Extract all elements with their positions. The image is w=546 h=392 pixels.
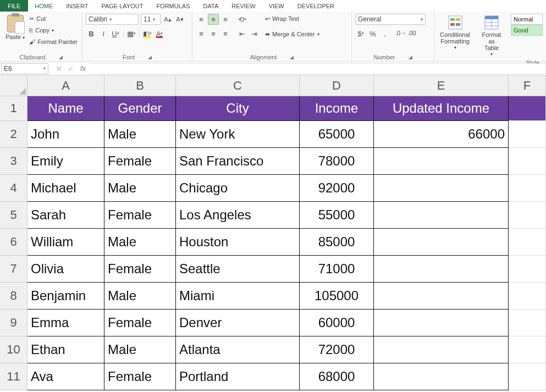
- increase-font-icon[interactable]: A▴: [163, 14, 173, 24]
- alignment-dialog-launcher[interactable]: ◢: [290, 54, 294, 60]
- cell[interactable]: Male: [104, 336, 176, 363]
- cell[interactable]: 55000: [300, 202, 374, 229]
- cell[interactable]: Male: [104, 121, 176, 148]
- cell[interactable]: Denver: [176, 310, 300, 336]
- font-name-combo[interactable]: Calibri▾: [86, 14, 139, 25]
- cell[interactable]: [374, 256, 509, 283]
- align-middle-button[interactable]: ≡: [208, 14, 219, 25]
- col-header-C[interactable]: C: [176, 75, 300, 96]
- cell[interactable]: Michael: [27, 175, 104, 202]
- cell[interactable]: Ethan: [27, 336, 104, 363]
- table-header-cell[interactable]: Name: [27, 96, 104, 121]
- col-header-B[interactable]: B: [104, 75, 176, 96]
- cell[interactable]: Emma: [27, 310, 104, 336]
- copy-button[interactable]: ⎘Copy ▾: [29, 25, 78, 35]
- row-header[interactable]: 4: [0, 175, 27, 202]
- accounting-format-button[interactable]: $▾: [355, 28, 366, 39]
- cell[interactable]: New York: [176, 121, 300, 148]
- align-left-button[interactable]: ≡: [196, 28, 207, 39]
- cell[interactable]: Olivia: [27, 256, 104, 283]
- row-header[interactable]: 6: [0, 229, 27, 256]
- cell[interactable]: 66000: [374, 121, 509, 148]
- insert-function-button[interactable]: fx: [77, 64, 89, 73]
- decrease-indent-button[interactable]: ⇤: [236, 28, 247, 39]
- cell[interactable]: 65000: [300, 121, 374, 148]
- table-header-cell[interactable]: City: [176, 96, 300, 121]
- cell[interactable]: 72000: [300, 336, 374, 363]
- row-header[interactable]: 5: [0, 202, 27, 229]
- cell[interactable]: [509, 148, 546, 175]
- col-header-A[interactable]: A: [27, 75, 104, 96]
- cell[interactable]: [374, 336, 509, 363]
- formula-cancel-button[interactable]: ✕: [53, 64, 65, 73]
- align-right-button[interactable]: ≡: [220, 28, 231, 39]
- format-painter-button[interactable]: 🖌Format Painter: [29, 37, 78, 47]
- cell[interactable]: 78000: [300, 148, 374, 175]
- cell[interactable]: 71000: [300, 256, 374, 283]
- cell[interactable]: Ava: [27, 363, 104, 390]
- number-format-combo[interactable]: General▾: [355, 14, 426, 25]
- paste-button[interactable]: Paste ▾: [3, 14, 27, 42]
- cell[interactable]: Benjamin: [27, 283, 104, 310]
- tab-home[interactable]: HOME: [28, 0, 59, 12]
- row-header[interactable]: 2: [0, 121, 27, 148]
- row-header[interactable]: 8: [0, 283, 27, 310]
- cell[interactable]: 60000: [300, 310, 374, 336]
- cut-button[interactable]: ✂Cut: [29, 14, 78, 24]
- row-header[interactable]: 10: [0, 336, 27, 363]
- cell[interactable]: [374, 148, 509, 175]
- tab-developer[interactable]: DEVELOPER: [291, 0, 341, 12]
- cell[interactable]: Female: [104, 202, 176, 229]
- cell[interactable]: 85000: [300, 229, 374, 256]
- select-all-corner[interactable]: [0, 75, 27, 96]
- cell[interactable]: Female: [104, 148, 176, 175]
- col-header-D[interactable]: D: [300, 75, 374, 96]
- cell[interactable]: Male: [104, 283, 176, 310]
- merge-center-button[interactable]: ⬌Merge & Center ▾: [265, 29, 319, 39]
- tab-insert[interactable]: INSERT: [59, 0, 95, 12]
- fill-color-button[interactable]: ◧▾: [142, 28, 153, 39]
- cell[interactable]: [509, 175, 546, 202]
- cell[interactable]: Houston: [176, 229, 300, 256]
- cell[interactable]: Seattle: [176, 256, 300, 283]
- clipboard-dialog-launcher[interactable]: ◢: [59, 54, 63, 60]
- cell[interactable]: San Francisco: [176, 148, 300, 175]
- tab-file[interactable]: FILE: [0, 0, 28, 12]
- cell[interactable]: [509, 121, 546, 148]
- bold-button[interactable]: B: [86, 28, 97, 39]
- cell[interactable]: 92000: [300, 175, 374, 202]
- cell[interactable]: [509, 336, 546, 363]
- tab-data[interactable]: DATA: [197, 0, 225, 12]
- cell[interactable]: [374, 202, 509, 229]
- font-dialog-launcher[interactable]: ◢: [148, 54, 152, 60]
- tab-formulas[interactable]: FORMULAS: [150, 0, 196, 12]
- align-bottom-button[interactable]: ≡: [220, 14, 231, 25]
- cell[interactable]: Chicago: [176, 175, 300, 202]
- cell[interactable]: [374, 310, 509, 336]
- comma-format-button[interactable]: ,: [379, 28, 390, 39]
- italic-button[interactable]: I: [98, 28, 109, 39]
- cell[interactable]: Atlanta: [176, 336, 300, 363]
- cell[interactable]: 68000: [300, 363, 374, 390]
- cell[interactable]: [374, 363, 509, 390]
- align-center-button[interactable]: ≡: [208, 28, 219, 39]
- font-size-combo[interactable]: 11▾: [141, 14, 161, 25]
- decrease-decimal-button[interactable]: .00: [407, 28, 417, 38]
- percent-format-button[interactable]: %: [367, 28, 378, 39]
- row-header[interactable]: 7: [0, 256, 27, 283]
- tab-view[interactable]: VIEW: [262, 0, 291, 12]
- formula-input[interactable]: [89, 63, 546, 74]
- cell[interactable]: [509, 96, 546, 121]
- cell[interactable]: Portland: [176, 363, 300, 390]
- increase-decimal-button[interactable]: .0→: [396, 28, 406, 38]
- table-header-cell[interactable]: Income: [300, 96, 374, 121]
- table-header-cell[interactable]: Updated Income: [374, 96, 509, 121]
- format-as-table-button[interactable]: Format as Table▾: [477, 14, 506, 58]
- underline-button[interactable]: U▾: [110, 28, 121, 39]
- cell[interactable]: Los Angeles: [176, 202, 300, 229]
- cell[interactable]: Miami: [176, 283, 300, 310]
- cell[interactable]: Female: [104, 310, 176, 336]
- increase-indent-button[interactable]: ⇥: [249, 28, 260, 39]
- tab-page-layout[interactable]: PAGE LAYOUT: [95, 0, 150, 12]
- font-color-button[interactable]: A▾: [154, 28, 165, 39]
